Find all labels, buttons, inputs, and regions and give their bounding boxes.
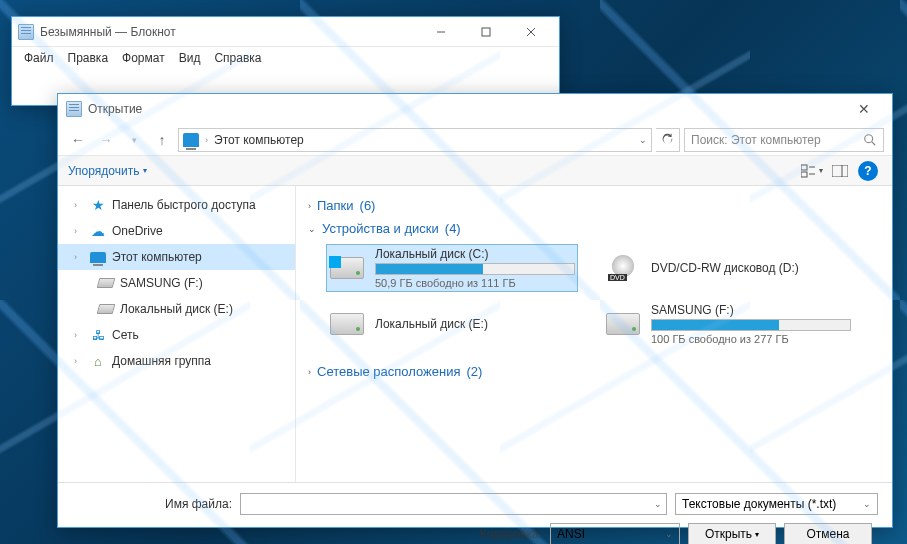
recent-dropdown[interactable]: ▾ <box>122 128 146 152</box>
encoding-select[interactable]: ANSI⌄ <box>550 523 680 544</box>
drive-f-samsung[interactable]: SAMSUNG (F:) 100 ГБ свободно из 277 ГБ <box>602 300 854 348</box>
back-button[interactable]: ← <box>66 128 90 152</box>
menu-file[interactable]: Файл <box>18 49 60 67</box>
organize-menu[interactable]: Упорядочить <box>68 164 147 178</box>
view-options-button[interactable]: ▾ <box>798 159 826 183</box>
dialog-icon <box>66 101 82 117</box>
search-placeholder: Поиск: Этот компьютер <box>691 133 859 147</box>
group-network[interactable]: › Сетевые расположения (2) <box>308 360 880 383</box>
group-folders[interactable]: › Папки (6) <box>308 194 880 217</box>
close-button[interactable] <box>508 17 553 46</box>
tree-this-pc[interactable]: ›Этот компьютер <box>58 244 295 270</box>
chevron-right-icon: › <box>308 367 311 377</box>
menu-help[interactable]: Справка <box>208 49 267 67</box>
tree-homegroup[interactable]: ›⌂Домашняя группа <box>58 348 295 374</box>
dialog-close-button[interactable]: ✕ <box>844 101 884 117</box>
drive-c[interactable]: Локальный диск (C:) 50,9 ГБ свободно из … <box>326 244 578 292</box>
tree-network[interactable]: ›🖧Сеть <box>58 322 295 348</box>
filename-input[interactable]: ⌄ <box>240 493 667 515</box>
group-drives[interactable]: ⌄ Устройства и диски (4) <box>308 217 880 240</box>
filename-label: Имя файла: <box>72 497 232 511</box>
address-location: Этот компьютер <box>214 133 633 147</box>
hdd-icon <box>98 301 114 317</box>
search-icon <box>863 133 877 147</box>
minimize-button[interactable] <box>418 17 463 46</box>
network-icon: 🖧 <box>90 327 106 343</box>
usage-bar <box>651 319 851 331</box>
address-bar[interactable]: › Этот компьютер ⌄ <box>178 128 652 152</box>
chevron-right-icon: › <box>308 201 311 211</box>
notepad-icon <box>18 24 34 40</box>
nav-tree: ›★Панель быстрого доступа ›☁OneDrive ›Эт… <box>58 186 296 482</box>
cancel-button[interactable]: Отмена <box>784 523 872 544</box>
menu-format[interactable]: Формат <box>116 49 171 67</box>
hdd-icon <box>98 275 114 291</box>
svg-rect-6 <box>801 165 807 170</box>
tree-onedrive[interactable]: ›☁OneDrive <box>58 218 295 244</box>
homegroup-icon: ⌂ <box>90 353 106 369</box>
refresh-button[interactable] <box>656 128 680 152</box>
maximize-button[interactable] <box>463 17 508 46</box>
preview-pane-button[interactable] <box>826 159 854 183</box>
notepad-titlebar[interactable]: Безымянный — Блокнот <box>12 17 559 47</box>
open-button[interactable]: Открыть▾ <box>688 523 776 544</box>
search-input[interactable]: Поиск: Этот компьютер <box>684 128 884 152</box>
menu-view[interactable]: Вид <box>173 49 207 67</box>
tree-quick-access[interactable]: ›★Панель быстрого доступа <box>58 192 295 218</box>
cloud-icon: ☁ <box>90 223 106 239</box>
forward-button[interactable]: → <box>94 128 118 152</box>
drive-d-dvd[interactable]: DVD/CD-RW дисковод (D:) <box>602 244 854 292</box>
help-button[interactable]: ? <box>854 159 882 183</box>
toolbar: Упорядочить ▾ ? <box>58 156 892 186</box>
dialog-titlebar[interactable]: Открытие ✕ <box>58 94 892 124</box>
filetype-select[interactable]: Текстовые документы (*.txt)⌄ <box>675 493 878 515</box>
drive-icon <box>605 309 641 339</box>
dialog-footer: Имя файла: ⌄ Текстовые документы (*.txt)… <box>58 482 892 544</box>
up-button[interactable]: ↑ <box>150 128 174 152</box>
svg-rect-10 <box>832 165 848 177</box>
content-pane: › Папки (6) ⌄ Устройства и диски (4) Лок… <box>296 186 892 482</box>
drive-icon <box>329 309 365 339</box>
open-dialog: Открытие ✕ ← → ▾ ↑ › Этот компьютер ⌄ По… <box>57 93 893 528</box>
svg-point-4 <box>865 134 873 142</box>
encoding-label: Кодировка: <box>72 527 542 541</box>
pc-icon <box>90 249 106 265</box>
notepad-title: Безымянный — Блокнот <box>40 25 418 39</box>
drive-icon <box>329 253 365 283</box>
usage-bar <box>375 263 575 275</box>
menu-edit[interactable]: Правка <box>62 49 115 67</box>
dvd-icon <box>605 253 641 283</box>
nav-row: ← → ▾ ↑ › Этот компьютер ⌄ Поиск: Этот к… <box>58 124 892 156</box>
dropdown-icon[interactable]: ⌄ <box>654 499 662 509</box>
svg-line-5 <box>872 141 876 145</box>
breadcrumb-sep-icon: › <box>205 135 208 145</box>
chevron-down-icon: ⌄ <box>308 224 316 234</box>
dropdown-icon: ⌄ <box>665 529 673 539</box>
star-icon: ★ <box>90 197 106 213</box>
tree-samsung-f[interactable]: SAMSUNG (F:) <box>58 270 295 296</box>
dropdown-icon: ⌄ <box>863 499 871 509</box>
notepad-menubar: Файл Правка Формат Вид Справка <box>12 47 559 69</box>
address-drop-icon[interactable]: ⌄ <box>639 135 647 145</box>
pc-icon <box>183 133 199 147</box>
dialog-title: Открытие <box>88 102 844 116</box>
tree-local-e[interactable]: Локальный диск (E:) <box>58 296 295 322</box>
svg-rect-1 <box>482 28 490 36</box>
drive-e[interactable]: Локальный диск (E:) <box>326 300 578 348</box>
svg-rect-7 <box>801 172 807 177</box>
